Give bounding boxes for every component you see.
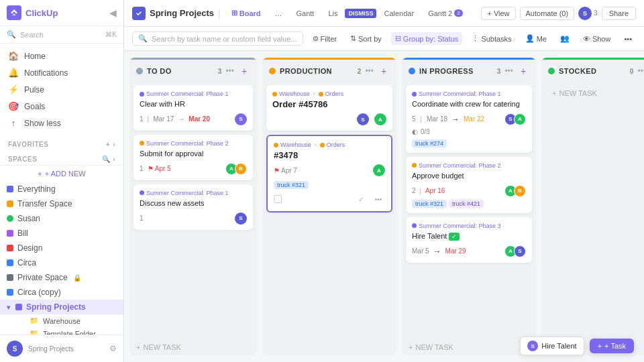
inprogress-actions[interactable]: •••: [504, 66, 513, 76]
column-in-progress: IN PROGRESS 3 ••• + Summer Commercial: P…: [402, 58, 536, 355]
card-avatar: A: [373, 164, 385, 176]
favorites-expand-icon[interactable]: ›: [113, 141, 115, 148]
sidebar-item-template-folder[interactable]: 📁 Template Folder: [0, 327, 123, 335]
checkbox[interactable]: [274, 195, 282, 203]
add-new-button[interactable]: + + ADD NEW: [0, 165, 123, 182]
card-project-label: Summer Commercial: Phase 2: [412, 162, 526, 169]
more-action[interactable]: •••: [620, 33, 636, 45]
invite-icon: 👥: [560, 34, 570, 43]
tab-board[interactable]: ⊞ Board: [225, 6, 268, 20]
card-avatars: A S: [504, 245, 526, 257]
sidebar-item-home[interactable]: 🏠 Home: [0, 48, 123, 64]
sidebar-item-pulse[interactable]: ⚡ Pulse: [0, 81, 123, 98]
card-submit-approval[interactable]: Summer Commercial: Phase 2 Submit for ap…: [133, 135, 253, 180]
sidebar-item-susan[interactable]: Susan: [0, 211, 123, 226]
todo-actions[interactable]: •••: [225, 66, 234, 76]
card-clear-hr[interactable]: Summer Commercial: Phase 1 Clear with HR…: [133, 85, 253, 131]
card-avatars: A B: [504, 185, 526, 197]
sidebar-item-circa[interactable]: Circa: [0, 255, 123, 270]
inprogress-add-task[interactable]: + NEW TASK: [402, 339, 536, 355]
add-task-label: + Task: [604, 342, 626, 350]
view-button[interactable]: + View: [481, 7, 515, 20]
stocked-add-task[interactable]: + NEW TASK: [545, 85, 644, 101]
project-dot: [140, 190, 144, 195]
inprogress-count: 3: [497, 68, 501, 75]
card-meta: 5 | Mar 18 → Mar 22 S A: [412, 113, 526, 125]
hire-talent-shortcut[interactable]: S Hire Talent: [520, 337, 584, 355]
tab-more-dots[interactable]: …: [268, 7, 289, 20]
tag-truck421: truck #421: [449, 200, 484, 208]
sidebar-item-private[interactable]: Private Space 🔒: [0, 270, 123, 285]
column-stocked: STOCKED 0 ••• + + NEW TASK: [541, 58, 644, 355]
project-dot: [412, 163, 417, 168]
todo-add-icon[interactable]: +: [238, 65, 250, 77]
spaces-section: SPACES 🔍 › + + ADD NEW Everything Transf…: [0, 150, 123, 335]
bill-dot: [7, 230, 13, 237]
check-icon[interactable]: ✓: [354, 192, 368, 206]
subtasks-action[interactable]: ⋮ Subtasks: [468, 32, 515, 45]
card-order-3478[interactable]: Warehouse › Orders #3478 ⚑ Apr 7 A: [266, 135, 392, 213]
me-action[interactable]: 👤 Me: [521, 32, 551, 45]
sidebar-item-spring-projects[interactable]: ▾ Spring Projects: [0, 300, 123, 314]
share-button[interactable]: Share: [602, 7, 636, 20]
card-date: ⚑ Apr 7: [274, 167, 297, 174]
sidebar-search[interactable]: 🔍 Search ⌘K: [0, 26, 123, 44]
inprogress-add-icon[interactable]: +: [517, 65, 529, 77]
sidebar-item-design[interactable]: Design: [0, 241, 123, 255]
add-task-icon: +: [136, 343, 140, 351]
card-hire-talent-ip[interactable]: Summer Commercial: Phase 3 Hire Talent ✓…: [406, 217, 532, 263]
settings-icon[interactable]: ⚙: [109, 344, 117, 353]
stocked-actions[interactable]: •••: [637, 66, 644, 76]
show-action[interactable]: 👁 Show: [579, 33, 615, 45]
progress-text: 0/3: [421, 128, 430, 135]
sidebar-item-transfer-space[interactable]: Transfer Space: [0, 196, 123, 211]
sidebar-item-goals[interactable]: 🎯 Goals: [0, 98, 123, 115]
card-discuss-assets[interactable]: Summer Commercial: Phase 1 Discuss new a…: [133, 184, 253, 230]
app-logo[interactable]: ClickUp: [7, 5, 109, 20]
add-task-button[interactable]: + + Task: [590, 339, 634, 353]
card-order-45786[interactable]: Warehouse › Orders Order #45786 S A: [266, 85, 392, 131]
tab-gantt[interactable]: Gantt: [290, 7, 321, 20]
card-approve-budget[interactable]: Summer Commercial: Phase 2 Approve budge…: [406, 157, 532, 213]
card-project-label: Summer Commercial: Phase 1: [140, 90, 247, 97]
show-icon: 👁: [583, 35, 590, 43]
stocked-header: STOCKED 0 ••• +: [541, 60, 644, 82]
invite-action[interactable]: 👥: [556, 32, 574, 45]
dismiss-badge[interactable]: DISMISS: [345, 9, 376, 18]
tab-mind-map[interactable]: Mind Map 2: [470, 7, 478, 20]
card-avatar: S: [235, 113, 247, 125]
sidebar-item-show-less[interactable]: ↑ Show less: [0, 115, 123, 131]
sidebar-item-notifications[interactable]: 🔔 Notifications: [0, 64, 123, 81]
spaces-expand-icon[interactable]: ›: [113, 156, 115, 163]
project-dot2: [319, 92, 323, 97]
card-avatar2: A: [374, 113, 386, 125]
sidebar: ClickUp ◀ 🔍 Search ⌘K 🏠 Home 🔔 Notificat…: [0, 0, 124, 362]
options-icon[interactable]: •••: [372, 192, 385, 206]
tab-gantt2[interactable]: Gantt 2 2: [421, 7, 470, 20]
search-shortcut: ⌘K: [105, 31, 117, 38]
production-add-icon[interactable]: +: [378, 65, 390, 77]
sidebar-item-everything[interactable]: Everything: [0, 182, 123, 196]
column-todo: TO DO 3 ••• + Summer Commercial: Phase 1…: [129, 58, 257, 355]
spaces-search-icon[interactable]: 🔍: [102, 156, 111, 163]
tab-calendar[interactable]: Calendar: [377, 7, 421, 20]
sidebar-item-bill[interactable]: Bill: [0, 226, 123, 241]
filter-action[interactable]: ⊜ Filter: [309, 32, 341, 45]
avatar2: B: [514, 185, 526, 197]
sidebar-item-circa-copy[interactable]: Circa (copy): [0, 285, 123, 300]
production-header: PRODUCTION 2 ••• +: [262, 60, 396, 82]
automate-button[interactable]: Automate (0): [520, 7, 575, 20]
tab-list[interactable]: Lis: [321, 7, 344, 20]
todo-add-task[interactable]: + NEW TASK: [129, 339, 257, 355]
board-icon: ⊞: [231, 9, 237, 17]
card-coordinate-catering[interactable]: Summer Commercial: Phase 1 Coordinate wi…: [406, 85, 532, 153]
favorites-add-icon[interactable]: +: [106, 141, 110, 148]
group-action[interactable]: ⊟ Group by: Status: [391, 32, 463, 45]
todo-body: Summer Commercial: Phase 1 Clear with HR…: [129, 82, 257, 339]
sidebar-collapse-button[interactable]: ◀: [109, 7, 117, 18]
production-actions[interactable]: •••: [365, 66, 374, 76]
sort-action[interactable]: ⇅ Sort by: [346, 32, 386, 45]
user-avatar[interactable]: S: [7, 341, 23, 357]
toolbar-search[interactable]: 🔍 Search by task name or custom field va…: [132, 32, 303, 46]
sidebar-item-warehouse[interactable]: 📁 Warehouse: [0, 314, 123, 327]
